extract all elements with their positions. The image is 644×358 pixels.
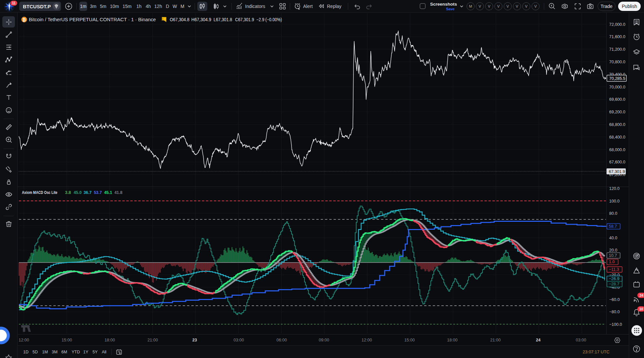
- svg-text:68,800.0: 68,800.0: [609, 122, 625, 127]
- svg-text:09:00: 09:00: [319, 338, 329, 342]
- svg-text:100.0: 100.0: [609, 199, 619, 204]
- svg-text:21:00: 21:00: [490, 338, 500, 342]
- svg-text:18:00: 18:00: [447, 338, 457, 342]
- svg-text:21:00: 21:00: [148, 338, 158, 342]
- svg-text:80.0: 80.0: [609, 211, 617, 216]
- svg-text:45.0: 45.0: [74, 190, 82, 195]
- svg-text:72,000.0: 72,000.0: [609, 22, 625, 27]
- svg-text:03:00: 03:00: [576, 338, 586, 342]
- svg-text:06:00: 06:00: [277, 338, 287, 342]
- svg-text:15:00: 15:00: [404, 338, 415, 342]
- svg-text:10.7: 10.7: [609, 253, 617, 258]
- svg-text:24: 24: [536, 338, 541, 342]
- svg-text:Axiom MACD Osc Lite: Axiom MACD Osc Lite: [22, 190, 57, 195]
- svg-text:03:00: 03:00: [233, 338, 244, 342]
- svg-text:45.1: 45.1: [104, 190, 112, 195]
- svg-text:23: 23: [192, 338, 197, 342]
- svg-text:20.0: 20.0: [609, 248, 617, 253]
- svg-text:−28.7: −28.7: [609, 282, 619, 286]
- svg-text:69,200.0: 69,200.0: [609, 110, 625, 114]
- svg-text:67,301.9: 67,301.9: [609, 169, 625, 174]
- svg-text:68,400.0: 68,400.0: [609, 135, 625, 140]
- svg-text:40.0: 40.0: [609, 236, 617, 240]
- svg-text:71,600.0: 71,600.0: [609, 34, 625, 39]
- svg-text:68,000.0: 68,000.0: [609, 148, 625, 152]
- svg-text:58.7: 58.7: [609, 224, 617, 229]
- svg-text:₿: ₿: [23, 18, 26, 22]
- svg-text:15:00: 15:00: [62, 338, 72, 342]
- svg-text:70,000.0: 70,000.0: [609, 85, 625, 90]
- svg-text:H67,304.9: H67,304.9: [191, 17, 211, 22]
- svg-text:−80.0: −80.0: [609, 310, 620, 314]
- svg-text:C67,301.9: C67,301.9: [235, 17, 254, 22]
- svg-text:Bitcoin / TetherUS PERPETUAL C: Bitcoin / TetherUS PERPETUAL CONTRACT · …: [29, 17, 156, 22]
- svg-text:−26.9: −26.9: [609, 276, 619, 281]
- svg-text:−2.9 (−0.00%): −2.9 (−0.00%): [256, 17, 282, 22]
- svg-text:1.0: 1.0: [609, 260, 614, 264]
- svg-text:67,600.0: 67,600.0: [609, 160, 625, 164]
- svg-text:36.7: 36.7: [84, 190, 92, 195]
- svg-text:O67,304.8: O67,304.8: [170, 17, 189, 22]
- svg-text:120.0: 120.0: [609, 186, 619, 191]
- svg-text:70,285.5: 70,285.5: [609, 76, 625, 81]
- svg-text:12:00: 12:00: [361, 338, 372, 342]
- svg-text:12:00: 12:00: [19, 338, 29, 342]
- svg-text:−100.0: −100.0: [609, 322, 622, 327]
- svg-text:53.7: 53.7: [94, 190, 102, 195]
- svg-text:3.8: 3.8: [65, 190, 71, 195]
- svg-text:−11.3: −11.3: [609, 267, 619, 272]
- svg-text:18:00: 18:00: [104, 338, 115, 342]
- svg-text:41.8: 41.8: [114, 190, 122, 195]
- svg-text:L67,301.8: L67,301.8: [214, 17, 232, 22]
- svg-text:71,200.0: 71,200.0: [609, 47, 625, 52]
- svg-text:70,800.0: 70,800.0: [609, 60, 625, 64]
- svg-text:69,600.0: 69,600.0: [609, 97, 625, 102]
- svg-text:−60.0: −60.0: [609, 297, 620, 302]
